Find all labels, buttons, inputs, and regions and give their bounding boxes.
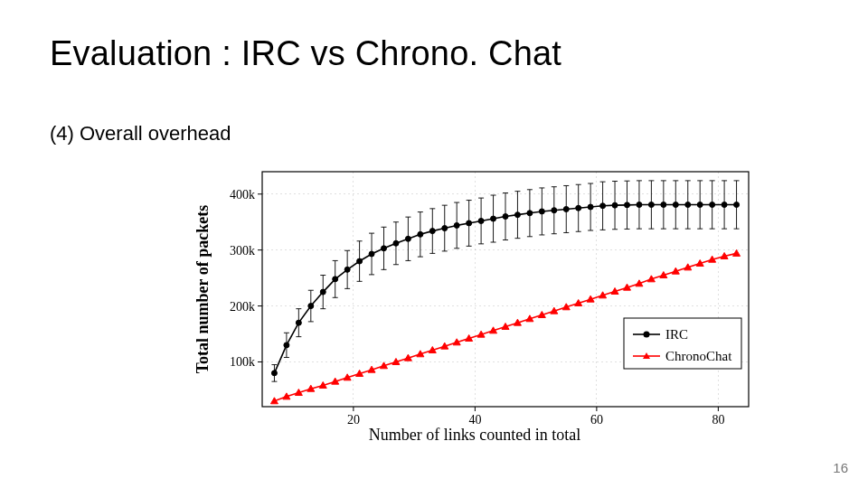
data-marker bbox=[514, 212, 520, 218]
data-marker bbox=[333, 277, 338, 282]
data-marker bbox=[357, 258, 363, 264]
legend-label: ChronoChat bbox=[665, 349, 732, 363]
data-marker bbox=[600, 203, 606, 209]
legend-label: IRC bbox=[665, 327, 688, 342]
chart-figure: 20406080100k200k300k400kTotal number of … bbox=[190, 163, 760, 434]
data-marker bbox=[296, 320, 301, 325]
data-marker bbox=[405, 236, 410, 241]
data-marker bbox=[648, 202, 654, 208]
data-marker bbox=[491, 216, 496, 221]
data-marker bbox=[685, 202, 691, 208]
data-marker bbox=[563, 206, 569, 211]
data-marker bbox=[539, 209, 544, 214]
data-marker bbox=[576, 205, 581, 211]
x-tick-label: 40 bbox=[468, 413, 481, 427]
data-marker bbox=[588, 204, 593, 210]
section-subtitle: (4) Overall overhead bbox=[50, 122, 231, 145]
data-marker bbox=[308, 304, 314, 309]
data-marker bbox=[284, 343, 289, 348]
data-marker bbox=[503, 214, 508, 220]
data-marker bbox=[733, 249, 741, 256]
data-marker bbox=[271, 371, 277, 376]
data-marker bbox=[661, 202, 666, 208]
data-marker bbox=[344, 267, 350, 272]
data-marker bbox=[710, 202, 715, 208]
data-marker bbox=[442, 226, 448, 231]
chart-svg: 20406080100k200k300k400kTotal number of … bbox=[190, 163, 760, 434]
x-tick-label: 80 bbox=[712, 413, 724, 427]
data-marker bbox=[393, 240, 399, 246]
data-marker bbox=[552, 208, 557, 213]
data-marker bbox=[418, 231, 423, 237]
chart-xlabel: Number of links counted in total bbox=[190, 426, 760, 445]
page-number: 16 bbox=[833, 460, 848, 475]
chart-ylabel: Total number of packets bbox=[193, 205, 212, 374]
data-marker bbox=[320, 289, 326, 295]
data-marker bbox=[527, 211, 533, 216]
data-marker bbox=[478, 218, 484, 223]
data-marker bbox=[369, 251, 374, 257]
y-tick-label: 400k bbox=[230, 188, 255, 202]
legend-swatch-marker bbox=[644, 332, 650, 338]
data-marker bbox=[382, 246, 387, 251]
data-marker bbox=[612, 202, 618, 208]
data-marker bbox=[734, 202, 740, 208]
data-marker bbox=[625, 202, 630, 208]
y-tick-label: 200k bbox=[230, 300, 255, 314]
page-title: Evaluation : IRC vs Chrono. Chat bbox=[50, 34, 561, 73]
slide: Evaluation : IRC vs Chrono. Chat (4) Ove… bbox=[0, 0, 868, 488]
y-tick-label: 300k bbox=[230, 244, 255, 258]
x-tick-label: 60 bbox=[590, 413, 603, 427]
x-tick-label: 20 bbox=[347, 413, 360, 427]
y-tick-label: 100k bbox=[230, 355, 255, 369]
data-marker bbox=[454, 222, 459, 228]
data-marker bbox=[429, 229, 435, 234]
data-marker bbox=[637, 202, 642, 208]
data-marker bbox=[722, 202, 727, 208]
data-marker bbox=[467, 221, 472, 226]
data-marker bbox=[673, 202, 678, 208]
data-marker bbox=[697, 202, 703, 208]
